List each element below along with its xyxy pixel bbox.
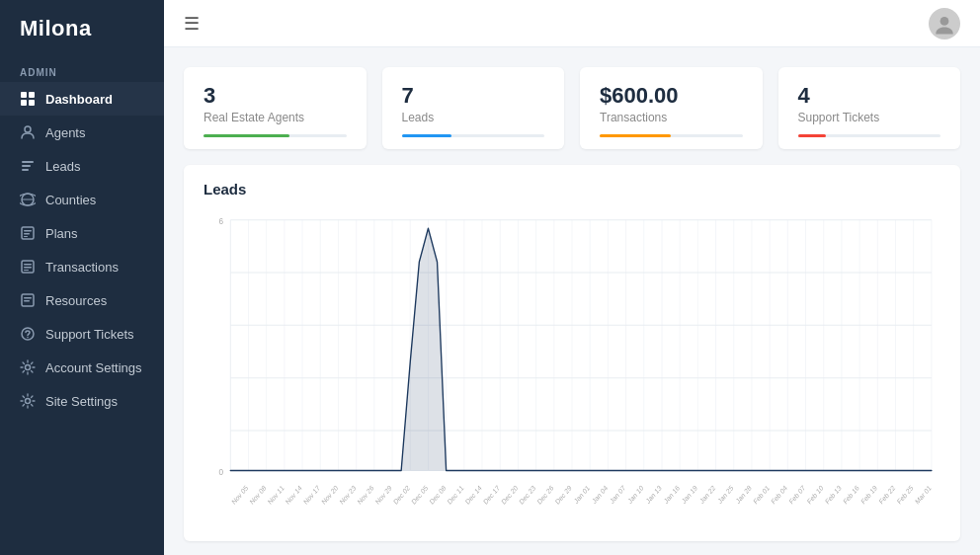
svg-text:Dec 23: Dec 23 (518, 484, 536, 506)
svg-rect-15 (24, 267, 32, 269)
svg-rect-7 (22, 169, 29, 171)
svg-text:Nov 08: Nov 08 (249, 484, 268, 506)
account-icon (20, 359, 36, 375)
svg-rect-0 (21, 92, 27, 98)
chart-wrapper: 6 0 (204, 209, 940, 525)
stat-value: 4 (798, 83, 941, 109)
topbar: ☰ (164, 0, 980, 47)
svg-text:6: 6 (218, 215, 223, 226)
stat-bar-bg (402, 134, 545, 137)
sidebar-item-label: Counties (45, 193, 96, 207)
sidebar-item-resources[interactable]: Resources (0, 283, 164, 317)
svg-text:Dec 20: Dec 20 (500, 484, 519, 506)
svg-point-25 (940, 17, 949, 26)
chart-card-leads: Leads 6 0 (184, 165, 960, 541)
svg-text:Nov 05: Nov 05 (230, 484, 249, 506)
sidebar-item-label: Resources (45, 293, 107, 308)
sidebar-item-label: Transactions (45, 260, 119, 275)
svg-text:Feb 01: Feb 01 (752, 484, 771, 506)
user-avatar[interactable] (929, 8, 960, 40)
transactions-icon (20, 259, 36, 275)
dashboard-icon (20, 91, 36, 107)
svg-text:Feb 25: Feb 25 (896, 484, 915, 506)
svg-rect-12 (24, 236, 28, 237)
svg-text:Jan 10: Jan 10 (626, 484, 644, 505)
sidebar-item-transactions[interactable]: Transactions (0, 250, 164, 283)
svg-text:Feb 07: Feb 07 (788, 484, 807, 506)
svg-text:Feb 19: Feb 19 (859, 484, 878, 506)
stat-value: 7 (402, 83, 545, 109)
svg-text:Nov 14: Nov 14 (285, 484, 303, 506)
sidebar-item-label: Dashboard (45, 92, 113, 107)
sidebar-item-leads[interactable]: Leads (0, 149, 164, 183)
svg-rect-3 (29, 100, 35, 106)
leads-chart-svg: 6 0 (204, 209, 940, 525)
svg-text:Feb 10: Feb 10 (806, 484, 825, 506)
svg-text:Jan 04: Jan 04 (591, 484, 609, 505)
stat-label: Transactions (600, 111, 743, 124)
svg-text:Mar 01: Mar 01 (914, 484, 933, 506)
svg-text:Nov 17: Nov 17 (302, 484, 321, 506)
svg-text:Dec 02: Dec 02 (392, 484, 411, 506)
sidebar-item-counties[interactable]: Counties (0, 183, 164, 216)
svg-text:Feb 04: Feb 04 (770, 484, 788, 506)
sidebar-item-label: Leads (45, 159, 80, 174)
svg-point-23 (26, 399, 31, 404)
stat-value: 3 (204, 83, 347, 109)
stat-bar-bg (204, 134, 347, 137)
support-icon (20, 326, 36, 342)
stat-bar (798, 134, 827, 137)
hamburger-icon[interactable]: ☰ (184, 13, 200, 35)
sidebar-item-agents[interactable]: Agents (0, 116, 164, 149)
svg-rect-14 (24, 264, 32, 266)
sidebar-item-support-tickets[interactable]: Support Tickets (0, 317, 164, 351)
stat-bar (600, 134, 671, 137)
svg-text:Jan 22: Jan 22 (698, 484, 716, 505)
stat-card-support: 4 Support Tickets (778, 67, 961, 149)
sidebar-item-label: Plans (45, 226, 78, 241)
svg-text:Jan 19: Jan 19 (681, 484, 698, 505)
svg-text:Nov 29: Nov 29 (374, 484, 393, 506)
plans-icon (20, 225, 36, 241)
svg-text:Jan 01: Jan 01 (573, 484, 591, 505)
chart-title: Leads (204, 181, 940, 198)
svg-text:Dec 17: Dec 17 (482, 484, 501, 506)
stats-row: 3 Real Estate Agents 7 Leads $600.00 Tra… (184, 67, 960, 149)
svg-rect-18 (24, 297, 32, 299)
sidebar-item-site-settings[interactable]: Site Settings (0, 384, 164, 418)
agents-icon (20, 124, 36, 140)
sidebar-item-plans[interactable]: Plans (0, 216, 164, 250)
stat-label: Real Estate Agents (204, 111, 347, 124)
avatar-icon (931, 10, 958, 38)
site-icon (20, 393, 36, 409)
svg-text:Dec 08: Dec 08 (429, 484, 448, 506)
svg-point-22 (26, 365, 31, 370)
sidebar-item-label: Agents (45, 125, 85, 140)
sidebar: Milona ADMIN Dashboard Agents Leads Coun… (0, 0, 164, 555)
svg-rect-2 (21, 100, 27, 106)
svg-text:Dec 29: Dec 29 (554, 484, 573, 506)
svg-text:Dec 14: Dec 14 (464, 484, 483, 506)
svg-text:Jan 25: Jan 25 (716, 484, 734, 505)
counties-icon (20, 192, 36, 207)
sidebar-item-label: Site Settings (45, 394, 118, 409)
svg-text:Nov 11: Nov 11 (267, 484, 286, 506)
stat-label: Leads (402, 111, 545, 124)
stat-card-transactions: $600.00 Transactions (580, 67, 763, 149)
sidebar-item-dashboard[interactable]: Dashboard (0, 82, 164, 116)
svg-text:0: 0 (218, 466, 223, 477)
sidebar-item-label: Support Tickets (45, 327, 134, 342)
app-logo: Milona (0, 0, 164, 57)
svg-text:Feb 16: Feb 16 (842, 484, 860, 506)
leads-icon (20, 158, 36, 174)
svg-text:Jan 07: Jan 07 (609, 484, 626, 505)
svg-text:Jan 28: Jan 28 (735, 484, 753, 505)
svg-rect-19 (24, 300, 30, 302)
svg-text:Dec 26: Dec 26 (536, 484, 555, 506)
sidebar-item-account-settings[interactable]: Account Settings (0, 351, 164, 384)
stat-bar (402, 134, 452, 137)
stat-bar (204, 134, 289, 137)
content-area: 3 Real Estate Agents 7 Leads $600.00 Tra… (164, 47, 980, 555)
stat-bar-bg (798, 134, 941, 137)
svg-text:Nov 23: Nov 23 (339, 484, 358, 506)
